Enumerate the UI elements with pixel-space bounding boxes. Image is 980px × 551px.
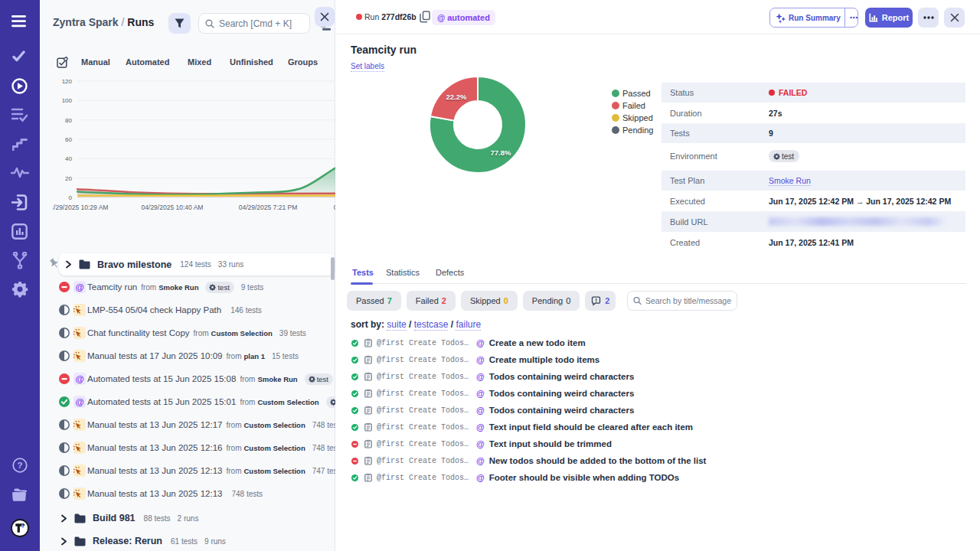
svg-text:77.8%: 77.8% xyxy=(491,148,511,157)
svg-text:22.2%: 22.2% xyxy=(446,93,467,101)
svg-text:?: ? xyxy=(17,461,22,470)
